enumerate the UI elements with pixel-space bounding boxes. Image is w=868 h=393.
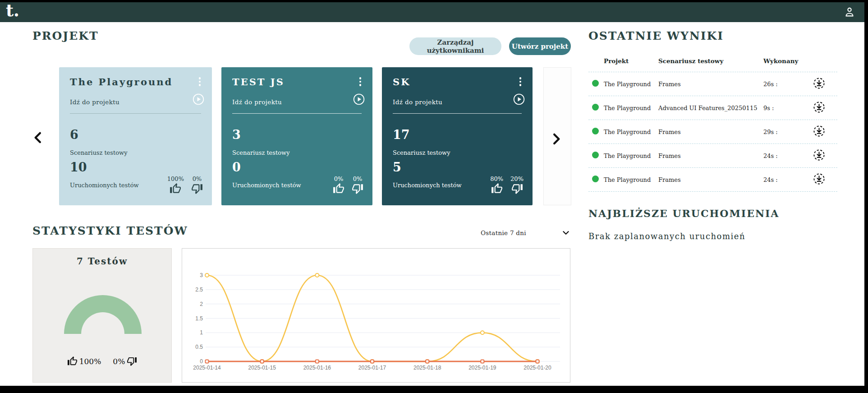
project-card-2[interactable]: TEST JSIdź do projektu3Scenariusz testow… — [221, 67, 372, 205]
user-account-icon[interactable] — [844, 6, 855, 18]
card-divider — [70, 113, 201, 114]
result-scenario: Frames — [658, 153, 763, 159]
result-row[interactable]: The PlaygroundFrames24s : — [588, 168, 837, 192]
status-dot — [592, 176, 599, 182]
pass-fail-rates: 80%20% — [490, 176, 524, 194]
result-scenario: Frames — [658, 129, 763, 135]
stats-line-chart: 00.511.522.532025-01-142025-01-152025-01… — [182, 249, 570, 384]
thumbs-up-icon — [67, 356, 78, 366]
app-logo[interactable]: t. — [6, 2, 19, 20]
gauge-up-percent: 100% — [79, 357, 101, 366]
runs-count-label: Uruchomionych testów — [70, 182, 139, 189]
recent-results-table: Projekt Scenariusz testowy Wykonany The … — [588, 50, 837, 192]
svg-text:2: 2 — [200, 301, 203, 307]
download-icon[interactable] — [813, 173, 825, 185]
runs-count-label: Uruchomionych testów — [232, 182, 301, 189]
date-range-value: Ostatnie 7 dni — [469, 229, 526, 236]
svg-text:2025-01-18: 2025-01-18 — [413, 365, 441, 371]
app-window: t. PROJEKT Zarządzaj użytkownikami Utwór… — [0, 2, 864, 386]
scenario-count: 17 — [393, 128, 410, 142]
pass-fail-rates: 100%0% — [167, 176, 203, 194]
result-duration: 9s : — [763, 105, 806, 111]
scenario-count-label: Scenariusz testowy — [232, 149, 290, 156]
result-duration: 24s : — [763, 153, 806, 159]
create-project-button[interactable]: Utwórz projekt — [509, 37, 571, 55]
thumbs-up-icon — [170, 183, 181, 194]
col-header-scenario: Scenariusz testowy — [658, 57, 763, 65]
carousel-next-button[interactable] — [549, 130, 563, 148]
pass-fail-rates: 0%0% — [333, 176, 363, 194]
test-statistics-title: STATYSTYKI TESTÓW — [32, 224, 188, 237]
go-to-project-link[interactable]: Idź do projektu — [70, 98, 119, 106]
kebab-menu-icon[interactable] — [196, 77, 204, 88]
result-row[interactable]: The PlaygroundFrames26s : — [588, 72, 837, 96]
svg-text:1.5: 1.5 — [195, 315, 203, 322]
upcoming-runs-title: NAJBLIŻSZE URUCHOMIENIA — [588, 208, 779, 219]
project-card-1[interactable]: The PlaygroundIdź do projektu6Scenariusz… — [59, 67, 212, 205]
thumbs-down-icon — [191, 183, 203, 194]
download-icon[interactable] — [813, 125, 825, 137]
svg-text:2025-01-19: 2025-01-19 — [468, 365, 496, 371]
runs-count: 0 — [232, 160, 241, 174]
tests-line-chart-card: 00.511.522.532025-01-142025-01-152025-01… — [182, 248, 570, 383]
svg-text:0: 0 — [200, 358, 203, 365]
results-header-row: Projekt Scenariusz testowy Wykonany — [588, 50, 837, 72]
fail-rate: 0% — [193, 176, 202, 182]
thumbs-down-icon — [511, 183, 523, 194]
result-row[interactable]: The PlaygroundAdvanced UI Features_20250… — [588, 96, 837, 120]
kebab-menu-icon[interactable] — [516, 77, 524, 88]
status-dot — [592, 80, 599, 87]
thumbs-down-icon — [352, 183, 363, 194]
result-project: The Playground — [604, 81, 658, 88]
project-card-title: The Playground — [70, 76, 173, 88]
result-duration: 29s : — [763, 129, 806, 135]
thumbs-up-icon — [491, 183, 503, 194]
thumbs-up-icon — [333, 183, 344, 194]
scenario-count-label: Scenariusz testowy — [70, 149, 128, 156]
chevron-left-icon — [32, 129, 45, 147]
result-project: The Playground — [604, 153, 658, 159]
svg-text:2.5: 2.5 — [195, 287, 203, 293]
col-header-project: Projekt — [604, 57, 658, 65]
svg-text:1: 1 — [200, 329, 203, 336]
svg-text:2025-01-15: 2025-01-15 — [248, 365, 276, 371]
card-divider — [393, 113, 522, 114]
result-duration: 26s : — [763, 81, 806, 88]
runs-count: 5 — [393, 160, 401, 174]
manage-users-button[interactable]: Zarządzaj użytkownikami — [409, 37, 501, 55]
result-project: The Playground — [604, 176, 658, 183]
tests-gauge-card: 7 Testów 100% 0% — [32, 248, 172, 383]
result-row[interactable]: The PlaygroundFrames29s : — [588, 120, 837, 144]
kebab-menu-icon[interactable] — [356, 77, 364, 88]
result-row[interactable]: The PlaygroundFrames24s : — [588, 144, 837, 168]
carousel-prev-button[interactable] — [32, 129, 45, 147]
scenario-count: 6 — [70, 128, 78, 142]
svg-text:2025-01-16: 2025-01-16 — [303, 365, 331, 371]
go-to-project-link[interactable]: Idź do projektu — [393, 98, 442, 106]
run-project-play-icon[interactable] — [353, 93, 365, 106]
result-duration: 24s : — [763, 176, 806, 183]
scenario-count-label: Scenariusz testowy — [393, 149, 450, 156]
svg-text:2025-01-17: 2025-01-17 — [358, 365, 386, 371]
result-scenario: Frames — [658, 176, 763, 183]
fail-rate: 20% — [510, 176, 524, 182]
status-dot — [592, 128, 599, 134]
recent-results-title: OSTATNIE WYNIKI — [588, 29, 724, 42]
scenario-count: 3 — [232, 128, 241, 142]
upcoming-runs-empty-message: Brak zaplanowanych uruchomień — [588, 231, 745, 241]
project-card-3[interactable]: SKIdź do projektu17Scenariusz testowy5Ur… — [382, 67, 533, 205]
download-icon[interactable] — [813, 77, 825, 89]
pass-rate: 80% — [490, 176, 503, 182]
run-project-play-icon[interactable] — [513, 93, 525, 106]
svg-text:0.5: 0.5 — [195, 344, 203, 350]
thumbs-down-icon — [127, 356, 137, 366]
run-project-play-icon[interactable] — [192, 93, 205, 106]
result-scenario: Advanced UI Features_20250115 — [658, 105, 763, 111]
svg-text:3: 3 — [200, 272, 203, 278]
go-to-project-link[interactable]: Idź do projektu — [232, 98, 282, 106]
download-icon[interactable] — [813, 101, 825, 113]
date-range-dropdown[interactable]: Ostatnie 7 dni — [469, 226, 571, 240]
svg-text:2025-01-14: 2025-01-14 — [193, 365, 221, 371]
download-icon[interactable] — [813, 149, 825, 161]
chevron-right-icon — [549, 130, 563, 148]
